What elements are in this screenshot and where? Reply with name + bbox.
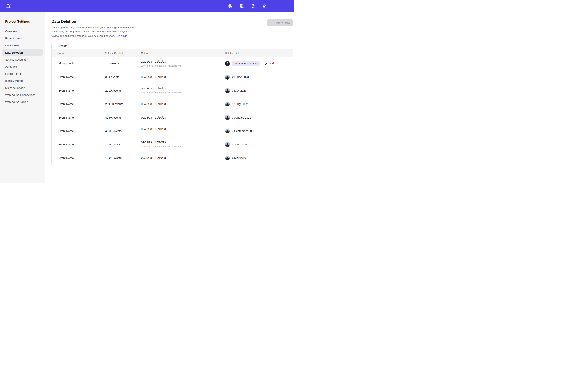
page-title: Data Deletion [52,19,137,24]
logo-center-dot [8,6,9,7]
settings-gear-icon[interactable] [262,4,267,8]
deletion-date-text: 12 July 2022 [232,102,248,106]
criteria-cell: 09/23/23 – 10/10/23 [141,127,225,134]
column-header-name: Name [58,52,105,54]
table-row[interactable]: Event Name 123K events 09/23/23 – 10/10/… [52,138,293,151]
undo-arrow-icon [264,62,267,65]
table-body: Signup_login 10M events 10/01/23 – 12/01… [52,57,293,165]
criteria-date-range: 09/23/23 – 10/10/23 [141,156,225,159]
sidebar-title: Project Settings [1,20,43,24]
sidebar-item-public-boards[interactable]: Public Boards [1,70,43,77]
criteria-date-range: 09/23/23 – 10/10/23 [141,87,225,90]
column-header-volume: Volume Deleted [105,52,141,54]
deletion-date-cell: 20 June 2023 [225,75,293,80]
volume-deleted-cell: 20.2K events [105,89,141,92]
criteria-date-range: 09/23/23 – 10/10/23 [141,116,225,119]
deletion-date-text: 20 June 2023 [232,75,249,79]
table-header-row: Name Volume Deleted Criteria Deletion Da… [52,49,293,57]
sidebar-item-overview[interactable]: Overview [1,28,43,35]
sidebar-item-warehouse-connections[interactable]: Warehouse Connections [1,91,43,99]
plus-icon [270,22,273,24]
criteria-cell: 10/01/23 – 12/01/23 where email contains… [141,60,225,67]
table-row[interactable]: Event Name 239.3K events 09/23/23 – 10/1… [52,97,293,111]
page-description: Delete up to 90 days data for any event … [52,26,137,38]
data-management-icon[interactable] [228,4,233,8]
criteria-cell: 09/23/23 – 10/10/23 [141,156,225,159]
criteria-date-range: 09/23/23 – 10/10/23 [141,141,225,144]
undo-button[interactable]: Undo [264,62,276,65]
top-navigation-bar: X [0,0,294,12]
page-header-text: Data Deletion Delete up to 90 days data … [52,19,137,38]
deletion-date-cell: 5 May 2020 [225,156,293,160]
delete-data-button[interactable]: Delete Data [267,19,293,26]
deletion-requests-card: 5 Results Name Volume Deleted Criteria D… [52,42,293,165]
page-header: Data Deletion Delete up to 90 days data … [52,19,293,38]
sidebar-item-data-views[interactable]: Data Views [1,42,43,49]
criteria-cell: 09/23/23 – 10/10/23 where email contains… [141,87,225,94]
sidebar-item-project-users[interactable]: Project Users [1,35,43,42]
table-row[interactable]: Signup_login 10M events 10/01/23 – 12/01… [52,57,293,70]
deletion-date-text: 5 May 2020 [232,156,247,159]
see-guide-link[interactable]: See guide [116,34,127,37]
criteria-filter-text [141,132,225,134]
criteria-date-range: 09/23/23 – 10/10/23 [141,102,225,106]
sidebar-item-warehouse-tables[interactable]: Warehouse Tables [1,99,43,106]
deletion-date-text: 7 September 2021 [232,129,255,133]
table-row[interactable]: Event Name 12.9K events 09/23/23 – 10/10… [52,151,293,165]
event-name-cell: Event Name [58,116,105,119]
sidebar-item-data-deletion[interactable]: Data Deletion [1,49,43,56]
deletion-date-cell: 3 May 2023 [225,88,293,93]
sidebar-item-identity-merge[interactable]: Identity Merge [1,77,43,84]
sidebar-nav-list: OverviewProject UsersData ViewsData Dele… [1,28,43,106]
volume-deleted-cell: 30K events [105,75,141,79]
table-row[interactable]: Event Name 20.2K events 09/23/23 – 10/10… [52,84,293,97]
table-row[interactable]: Event Name 48.3K events 09/23/23 – 10/10… [52,124,293,138]
volume-deleted-cell: 10M events [105,62,141,65]
criteria-date-range: 09/23/23 – 10/10/23 [141,75,225,79]
event-name-cell: Event Name [58,143,105,146]
requester-avatar [225,75,230,80]
criteria-filter-text: where email contains @mixpanel.com [141,145,225,148]
main-content: Data Deletion Delete up to 90 days data … [45,12,294,184]
deletion-date-text: 3 May 2023 [232,89,247,92]
deletion-date-cell: 7 September 2021 [225,129,293,133]
volume-deleted-cell: 123K events [105,143,141,146]
sidebar-item-autotrack[interactable]: Autotrack [1,63,43,70]
criteria-date-range: 10/01/23 – 12/01/23 [141,60,225,63]
sidebar-item-mixpanel-usage[interactable]: Mixpanel Usage [1,84,43,91]
volume-deleted-cell: 239.3K events [105,102,141,106]
delete-data-button-label: Delete Data [275,21,290,25]
results-count: 5 Results [52,42,293,49]
apps-grid-icon[interactable] [239,4,244,8]
criteria-cell: 09/23/23 – 10/10/23 [141,116,225,119]
deletion-date-cell: Permanent in 7 DaysUndo [225,61,293,66]
deletion-date-cell: 3 June 2021 [225,142,293,147]
criteria-cell: 09/23/23 – 10/10/23 where email contains… [141,141,225,148]
event-name-cell: Event Name [58,129,105,133]
table-row[interactable]: Event Name 30K events 09/23/23 – 10/10/2… [52,70,293,84]
deletion-date-text: 3 June 2021 [232,143,247,146]
help-icon[interactable] [251,4,256,8]
criteria-date-range: 09/23/23 – 10/10/23 [141,127,225,131]
deletion-date-text: 3 January 2022 [232,116,251,119]
event-name-cell: Event Name [58,102,105,106]
event-name-cell: Event Name [58,89,105,92]
requester-avatar [225,156,230,160]
topbar-icon-group [228,4,267,8]
column-header-deletion-date: Deletion Date [225,52,293,54]
sidebar-item-service-accounts[interactable]: Service Accounts [1,56,43,63]
mixpanel-logo[interactable]: X [6,4,11,8]
event-name-cell: Signup_login [58,62,105,65]
criteria-filter-text: where email contains @mixpanel.com [141,64,225,67]
requester-avatar [225,61,230,66]
requester-avatar [225,129,230,133]
table-row[interactable]: Event Name 49.9K events 09/23/23 – 10/10… [52,111,293,124]
column-header-criteria: Criteria [141,52,225,54]
criteria-cell: 09/23/23 – 10/10/23 [141,102,225,106]
settings-sidebar: Project Settings OverviewProject UsersDa… [0,12,45,184]
volume-deleted-cell: 12.9K events [105,156,141,159]
requester-avatar [225,142,230,147]
event-name-cell: Event Name [58,75,105,79]
deletion-date-cell: 12 July 2022 [225,102,293,107]
criteria-cell: 09/23/23 – 10/10/23 [141,75,225,79]
